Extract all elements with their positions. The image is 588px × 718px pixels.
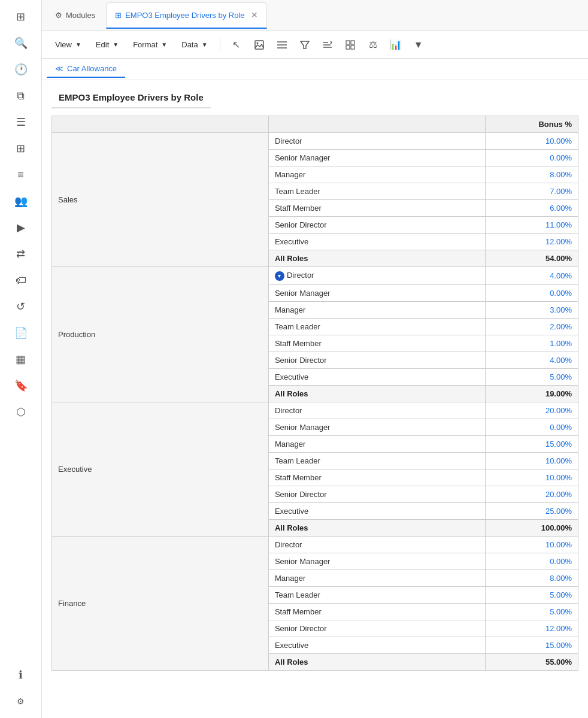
table-row: FinanceDirector10.00% <box>52 536 578 553</box>
value-cell: 20.00% <box>485 486 578 502</box>
toolbar-separator-1 <box>220 38 220 52</box>
active-tab[interactable]: ⊞ EMPO3 Employee Drivers by Role ✕ <box>106 2 266 29</box>
value-cell: 5.00% <box>485 586 578 603</box>
layout-nav-icon[interactable]: ▦ <box>9 347 33 371</box>
active-tab-icon: ⊞ <box>115 11 122 20</box>
table-nav-icon[interactable]: ⊞ <box>9 137 33 160</box>
value-cell: 3.00% <box>485 301 578 318</box>
modules-tab-icon: ⚙ <box>55 11 62 20</box>
content-area: EMPO3 Employee Drivers by Role Bonus % S… <box>42 80 588 718</box>
share-nav-icon[interactable]: ⇄ <box>9 242 33 266</box>
role-cell: Staff Member <box>268 603 485 620</box>
filter-nav-icon[interactable]: ⚙ <box>9 689 33 713</box>
clock-nav-icon[interactable]: 🕐 <box>9 57 33 81</box>
flow-nav-icon[interactable]: ⬡ <box>9 400 33 424</box>
table-row: Production▾Director4.00% <box>52 267 578 285</box>
cursor-tool-button[interactable]: ↖ <box>226 35 247 54</box>
balance-button[interactable]: ⚖ <box>363 35 383 54</box>
sheet-tab-icon: ≪ <box>55 64 63 73</box>
role-cell: Senior Director <box>268 486 485 502</box>
edit-menu-button[interactable]: Edit ▼ <box>90 37 125 52</box>
format-chevron-icon: ▼ <box>161 41 167 48</box>
value-cell: 0.00% <box>485 150 578 166</box>
value-cell: 5.00% <box>485 603 578 620</box>
format-menu-button[interactable]: Format ▼ <box>127 37 173 52</box>
sheet-tabs: ≪ Car Allowance <box>42 59 588 80</box>
group-label: Executive <box>52 402 269 536</box>
value-cell: 10.00% <box>485 536 578 553</box>
value-cell: 0.00% <box>485 284 578 301</box>
total-label: All Roles <box>268 519 485 536</box>
table-row: ExecutiveDirector20.00% <box>52 402 578 419</box>
tag-nav-icon[interactable]: 🏷 <box>9 268 33 292</box>
history-nav-icon[interactable]: ↺ <box>9 295 33 319</box>
data-table: Bonus % SalesDirector10.00%Senior Manage… <box>51 116 578 671</box>
tab-bar: ⚙ Modules ⊞ EMPO3 Employee Drivers by Ro… <box>42 0 588 31</box>
role-cell: Team Leader <box>268 183 485 200</box>
value-cell: 7.00% <box>485 183 578 200</box>
header-blank <box>52 116 269 133</box>
svg-rect-11 <box>346 46 350 49</box>
value-cell: 25.00% <box>485 502 578 519</box>
value-cell: 10.00% <box>485 469 578 486</box>
play-nav-icon[interactable]: ▶ <box>9 216 33 240</box>
role-cell: Manager <box>268 569 485 586</box>
view-chevron-icon: ▼ <box>75 41 81 48</box>
copy-nav-icon[interactable]: ⧉ <box>9 84 33 108</box>
search-nav-icon[interactable]: 🔍 <box>9 31 33 55</box>
car-allowance-tab[interactable]: ≪ Car Allowance <box>47 60 125 78</box>
table-row: SalesDirector10.00% <box>52 133 578 150</box>
value-cell: 15.00% <box>485 435 578 452</box>
list-nav-icon[interactable]: ☰ <box>9 110 33 134</box>
role-cell: Staff Member <box>268 469 485 486</box>
role-cell: Executive <box>268 234 485 250</box>
role-cell: Staff Member <box>268 335 485 352</box>
main-content: ⚙ Modules ⊞ EMPO3 Employee Drivers by Ro… <box>42 0 588 718</box>
data-chevron-icon: ▼ <box>202 41 208 48</box>
value-cell: 4.00% <box>485 352 578 368</box>
chart-button[interactable]: 📊 <box>386 35 406 54</box>
total-value: 19.00% <box>485 385 578 402</box>
group-label: Production <box>52 267 269 402</box>
bookmark-nav-icon[interactable]: 🔖 <box>9 374 33 398</box>
chart-dropdown-button[interactable]: ▼ <box>408 35 429 54</box>
expand-icon[interactable]: ▾ <box>275 271 284 281</box>
modules-tab[interactable]: ⚙ Modules <box>47 2 104 29</box>
role-cell: Manager <box>268 301 485 318</box>
edit-label: Edit <box>96 40 109 49</box>
doc-nav-icon[interactable]: 📄 <box>9 321 33 345</box>
image-tool-button[interactable] <box>249 35 269 54</box>
view-menu-button[interactable]: View ▼ <box>49 37 87 52</box>
value-cell: 8.00% <box>485 166 578 183</box>
svg-marker-5 <box>301 41 309 49</box>
total-label: All Roles <box>268 250 485 267</box>
sort-button[interactable] <box>317 35 338 54</box>
role-cell: Staff Member <box>268 200 485 217</box>
role-cell: Senior Director <box>268 217 485 234</box>
data-menu-button[interactable]: Data ▼ <box>175 37 213 52</box>
tab-close-button[interactable]: ✕ <box>251 11 258 19</box>
role-cell: Senior Manager <box>268 553 485 569</box>
filter-funnel-button[interactable] <box>295 35 315 54</box>
lines-nav-icon[interactable]: ≡ <box>9 163 33 187</box>
users-nav-icon[interactable]: 👥 <box>9 189 33 213</box>
value-cell: 8.00% <box>485 569 578 586</box>
role-cell: Executive <box>268 502 485 519</box>
modules-nav-icon[interactable]: ⊞ <box>9 5 33 29</box>
value-cell: 10.00% <box>485 133 578 150</box>
role-cell: Senior Director <box>268 620 485 637</box>
group-label: Sales <box>52 133 269 267</box>
total-label: All Roles <box>268 385 485 402</box>
info-nav-icon[interactable]: ℹ <box>9 663 33 687</box>
value-cell: 0.00% <box>485 419 578 435</box>
filter-rows-button[interactable] <box>272 35 292 54</box>
view-title: EMPO3 Employee Drivers by Role <box>51 87 211 108</box>
role-cell: Senior Manager <box>268 284 485 301</box>
value-cell: 10.00% <box>485 452 578 469</box>
value-cell: 15.00% <box>485 637 578 653</box>
role-cell: Manager <box>268 166 485 183</box>
role-cell: Team Leader <box>268 586 485 603</box>
grid-button[interactable] <box>340 35 360 54</box>
value-cell: 11.00% <box>485 217 578 234</box>
total-value: 100.00% <box>485 519 578 536</box>
